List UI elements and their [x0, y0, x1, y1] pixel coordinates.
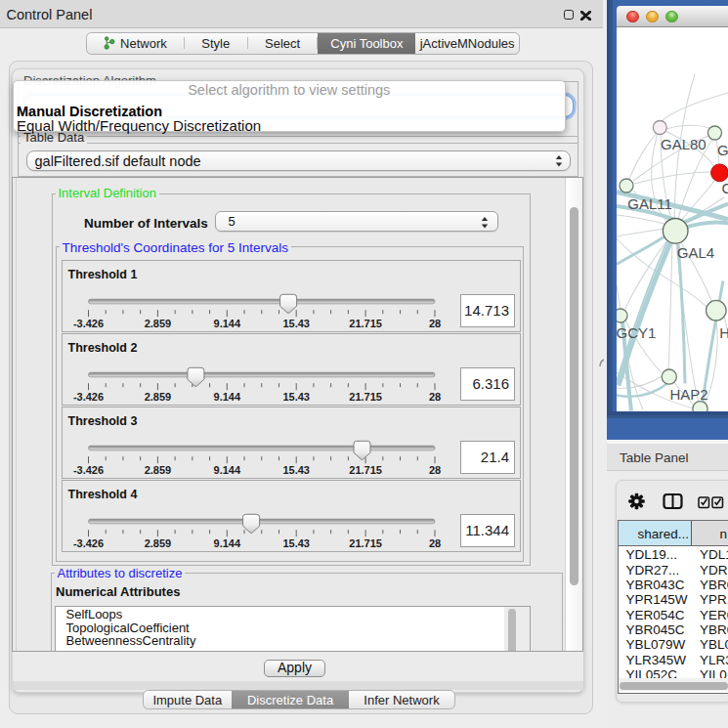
svg-text:GAL80: GAL80: [661, 135, 707, 151]
svg-text:15.43: 15.43: [282, 391, 310, 403]
svg-text:H: H: [719, 323, 728, 340]
svg-text:-3.426: -3.426: [72, 391, 103, 403]
svg-text:9.144: 9.144: [213, 318, 240, 329]
svg-text:28: 28: [428, 318, 440, 329]
svg-text:21.715: 21.715: [349, 537, 382, 549]
svg-text:2.859: 2.859: [144, 391, 171, 403]
svg-text:GCY1: GCY1: [617, 323, 656, 340]
svg-text:15.43: 15.43: [282, 537, 310, 549]
svg-text:2.859: 2.859: [144, 464, 171, 476]
svg-text:GAL11: GAL11: [627, 194, 672, 211]
svg-text:GA: GA: [717, 141, 728, 157]
svg-text:28: 28: [428, 464, 440, 476]
svg-text:21.715: 21.715: [349, 318, 382, 329]
svg-text:-3.426: -3.426: [72, 318, 103, 329]
svg-text:9.144: 9.144: [213, 391, 240, 403]
svg-text:21.715: 21.715: [349, 391, 382, 403]
svg-text:28: 28: [428, 537, 440, 549]
svg-text:C: C: [722, 179, 728, 195]
svg-text:28: 28: [428, 391, 440, 403]
svg-text:-3.426: -3.426: [72, 537, 103, 549]
svg-text:21.715: 21.715: [349, 464, 382, 476]
svg-text:-3.426: -3.426: [72, 464, 103, 476]
svg-text:9.144: 9.144: [213, 464, 240, 476]
svg-text:15.43: 15.43: [282, 464, 310, 476]
svg-text:15.43: 15.43: [282, 318, 310, 329]
svg-text:2.859: 2.859: [144, 318, 171, 329]
svg-text:GAL4: GAL4: [677, 244, 714, 261]
svg-text:HAP2: HAP2: [670, 385, 708, 402]
svg-text:9.144: 9.144: [213, 537, 240, 549]
svg-text:2.859: 2.859: [144, 537, 171, 549]
